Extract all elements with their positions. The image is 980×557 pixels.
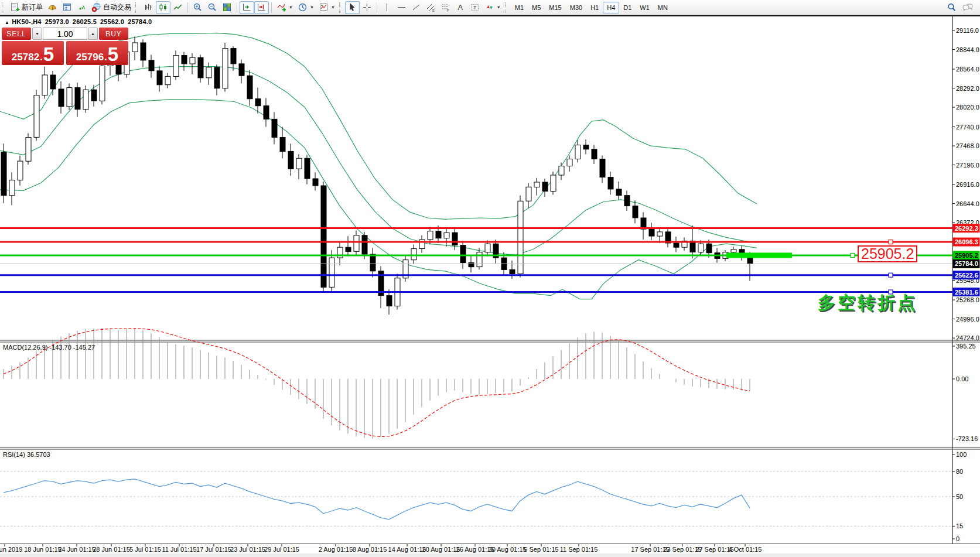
horizontal-line-tool-button[interactable]: [394, 1, 409, 14]
trendline-tool-button[interactable]: [409, 1, 424, 14]
candle: [255, 99, 261, 106]
svg-text:395.25: 395.25: [956, 343, 976, 350]
timeframe-h4-button[interactable]: H4: [603, 2, 619, 13]
turning-point-annotation[interactable]: 多空转折点: [818, 291, 917, 315]
svg-text:28020.0: 28020.0: [956, 104, 979, 111]
arrows-tool-button[interactable]: ▼: [482, 1, 503, 14]
toolbar-separator: [237, 2, 237, 13]
chart-shift-button[interactable]: [254, 1, 269, 14]
label-tool-button[interactable]: T: [467, 1, 482, 14]
vertical-line-tool-button[interactable]: [380, 1, 394, 14]
market-watch-button[interactable]: [60, 1, 74, 14]
tile-windows-button[interactable]: [220, 1, 234, 14]
crosshair-icon: [362, 2, 372, 12]
candle: [387, 296, 392, 306]
tile-windows-icon: [222, 2, 232, 12]
candle: [100, 66, 105, 101]
svg-text:0: 0: [956, 535, 959, 542]
new-order-button[interactable]: 新订单: [8, 1, 45, 14]
channel-tool-button[interactable]: E: [424, 1, 438, 14]
auto-trading-label: 自动交易: [103, 2, 131, 12]
fibonacci-tool-button[interactable]: F: [438, 1, 453, 14]
date-tick-label: 8 Aug 01:15: [353, 546, 387, 553]
sell-price-button[interactable]: 25782.5: [2, 41, 64, 65]
timeframe-m1-button[interactable]: M1: [511, 2, 528, 13]
svg-text:80: 80: [956, 468, 963, 475]
toolbar: 新订单 自动交易 ▼ ▼ ▼: [0, 0, 980, 15]
timeframe-m5-button[interactable]: M5: [528, 2, 545, 13]
svg-text:27468.0: 27468.0: [956, 142, 979, 149]
toolbar-grip[interactable]: [135, 2, 138, 13]
candle: [419, 240, 425, 249]
svg-text:25268.0: 25268.0: [956, 296, 979, 303]
candle: [469, 263, 474, 267]
candlestick-chart-button[interactable]: [156, 1, 170, 14]
toolbar-grip[interactable]: [505, 2, 508, 13]
candle: [731, 250, 736, 252]
date-tick-label: 30 Aug 01:15: [489, 546, 527, 553]
collapse-panel-icon[interactable]: ▲: [5, 20, 9, 25]
svg-text:26644.0: 26644.0: [956, 200, 979, 207]
timeframe-mn-button[interactable]: MN: [654, 2, 672, 13]
price-callout-label[interactable]: 25905.2: [858, 245, 917, 262]
auto-scroll-button[interactable]: [240, 1, 254, 14]
symbol-header: ▲HK50-,H425973.026025.525562.025784.0: [5, 18, 155, 25]
toolbar-grip[interactable]: [339, 2, 342, 13]
candle: [305, 158, 310, 179]
date-tick-label: 23 Jul 01:15: [230, 546, 265, 553]
volume-increase-button[interactable]: ▲: [88, 28, 98, 40]
timeframe-d1-button[interactable]: D1: [619, 2, 636, 13]
svg-text:15: 15: [956, 522, 963, 529]
text-tool-button[interactable]: A: [453, 1, 467, 14]
ohlc-open: 25973.0: [45, 18, 69, 25]
buy-price-button[interactable]: 25796.5: [66, 41, 128, 65]
clock-icon: [298, 2, 308, 12]
svg-text:100: 100: [956, 451, 967, 458]
candle: [698, 244, 704, 252]
sell-price-dot: .: [40, 52, 43, 62]
svg-text:25381.6: 25381.6: [955, 289, 978, 296]
history-center-button[interactable]: [45, 1, 60, 14]
signals-button[interactable]: [74, 1, 89, 14]
new-order-icon: [10, 2, 20, 12]
svg-text:50: 50: [956, 493, 963, 500]
toolbar-separator: [271, 2, 272, 13]
line-chart-button[interactable]: [170, 1, 185, 14]
toolbar-grip[interactable]: [2, 2, 5, 13]
zoom-out-button[interactable]: [205, 1, 220, 14]
timeframe-m15-button[interactable]: M15: [545, 2, 565, 13]
periods-button[interactable]: ▼: [295, 1, 316, 14]
bar-chart-button[interactable]: [141, 1, 156, 14]
macd-indicator-label: MACD(12,26,9) -143.70 -145.27: [3, 344, 95, 351]
candle: [173, 56, 179, 77]
candle: [59, 89, 64, 107]
horizontal-line-icon: [397, 2, 407, 12]
volume-decrease-button[interactable]: ▼: [32, 28, 42, 40]
candle: [559, 166, 564, 176]
candle: [247, 76, 252, 99]
buy-button[interactable]: BUY: [99, 28, 128, 40]
candle: [706, 244, 712, 253]
symbol-name: HK50-,H4: [12, 18, 42, 25]
chart-canvas[interactable]: 29116.028844.028564.028292.028020.027740…: [0, 0, 980, 557]
timeframe-m30-button[interactable]: M30: [566, 2, 586, 13]
templates-button[interactable]: ▼: [316, 1, 337, 14]
volume-input[interactable]: 1.00: [43, 28, 87, 40]
indicators-button[interactable]: ▼: [274, 1, 295, 14]
auto-trading-button[interactable]: 自动交易: [89, 1, 134, 14]
candle: [264, 106, 269, 119]
candle: [354, 235, 359, 252]
candle: [313, 179, 318, 186]
crosshair-button[interactable]: [360, 1, 374, 14]
search-button[interactable]: [944, 1, 959, 14]
zoom-in-button[interactable]: [190, 1, 205, 14]
candle: [165, 76, 170, 84]
candle: [18, 161, 23, 180]
timeframe-h1-button[interactable]: H1: [586, 2, 603, 13]
cursor-button[interactable]: [345, 1, 360, 14]
timeframe-w1-button[interactable]: W1: [636, 2, 654, 13]
candle: [567, 159, 572, 166]
bar-chart-icon: [144, 2, 153, 12]
sell-button[interactable]: SELL: [2, 28, 31, 40]
chat-button[interactable]: [959, 1, 976, 14]
